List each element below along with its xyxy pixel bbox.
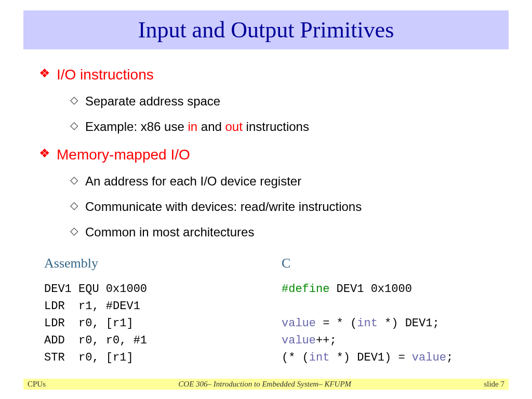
bullet-sub: ◇ Separate address space: [70, 93, 509, 109]
bullet-main-mmio: ❖ Memory-mapped I/O: [39, 146, 509, 164]
diamond-outline-icon: ◇: [70, 224, 78, 237]
bullet-main-io: ❖ I/O instructions: [39, 66, 509, 84]
bullet-text: Common in most architectures: [85, 224, 254, 240]
c-code: #define DEV1 0x1000 value = * (int *) DE…: [282, 281, 503, 366]
diamond-outline-icon: ◇: [70, 118, 78, 132]
diamond-icon: ❖: [39, 146, 50, 161]
diamond-outline-icon: ◇: [70, 198, 78, 212]
bullet-sub: ◇ Communicate with devices: read/write i…: [70, 198, 509, 215]
assembly-heading: Assembly: [44, 256, 266, 271]
diamond-outline-icon: ◇: [70, 173, 78, 187]
bullet-text: Communicate with devices: read/write ins…: [85, 198, 362, 215]
bullet-heading: I/O instructions: [57, 66, 154, 84]
title-bar: Input and Output Primitives: [23, 10, 509, 49]
footer-bar: CPUs COE 306– Introduction to Embedded S…: [23, 379, 509, 390]
code-area: Assembly DEV1 EQU 0x1000 LDR r1, #DEV1 L…: [39, 256, 509, 366]
bullet-sub: ◇ Example: x86 use in and out instructio…: [70, 118, 509, 135]
assembly-code: DEV1 EQU 0x1000 LDR r1, #DEV1 LDR r0, [r…: [44, 281, 266, 366]
diamond-outline-icon: ◇: [70, 93, 78, 107]
c-column: C #define DEV1 0x1000 value = * (int *) …: [282, 256, 503, 366]
c-heading: C: [282, 256, 503, 271]
footer-right: slide 7: [484, 380, 504, 389]
bullet-text: An address for each I/O device register: [85, 173, 301, 189]
bullet-sub: ◇ An address for each I/O device registe…: [70, 173, 509, 189]
footer-mid: COE 306– Introduction to Embedded System…: [178, 380, 351, 389]
bullet-heading: Memory-mapped I/O: [57, 146, 190, 164]
slide-title: Input and Output Primitives: [23, 17, 509, 43]
assembly-column: Assembly DEV1 EQU 0x1000 LDR r1, #DEV1 L…: [44, 256, 266, 366]
bullet-sub: ◇ Common in most architectures: [70, 224, 509, 240]
bullet-text: Separate address space: [85, 93, 220, 109]
diamond-icon: ❖: [39, 66, 50, 81]
bullet-text: Example: x86 use in and out instructions: [85, 118, 309, 135]
footer-left: CPUs: [28, 380, 46, 389]
content-area: ❖ I/O instructions ◇ Separate address sp…: [0, 49, 532, 366]
